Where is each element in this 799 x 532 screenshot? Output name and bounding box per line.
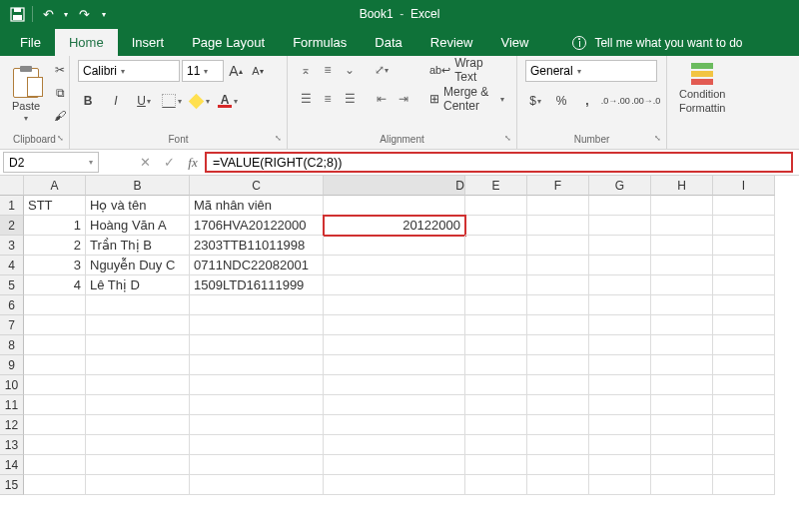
row-header-7[interactable]: 7 [0, 315, 24, 335]
underline-button[interactable]: U▾ [134, 91, 154, 111]
cell-D4[interactable] [324, 256, 465, 275]
cell-D9[interactable] [324, 355, 465, 375]
cell-A3[interactable]: 2 [24, 236, 86, 256]
cell-A12[interactable] [24, 415, 86, 435]
cell-I12[interactable] [713, 415, 775, 435]
cell-A15[interactable] [24, 475, 86, 495]
increase-font-button[interactable]: A▴ [226, 61, 246, 81]
cell-B12[interactable] [86, 415, 190, 435]
decrease-font-button[interactable]: A▾ [248, 61, 268, 81]
cell-C7[interactable] [190, 315, 324, 335]
cell-D15[interactable] [324, 475, 465, 495]
cell-B2[interactable]: Hoàng Văn A [86, 216, 190, 236]
cell-E12[interactable] [465, 415, 527, 435]
align-top-button[interactable]: ⌅ [296, 60, 316, 80]
cell-I5[interactable] [713, 275, 775, 295]
cell-I9[interactable] [713, 355, 775, 375]
cell-A6[interactable] [24, 295, 86, 315]
cell-B3[interactable]: Trần Thị B [86, 236, 190, 256]
cell-B7[interactable] [86, 315, 190, 335]
column-header-D[interactable]: D [324, 176, 465, 196]
cell-E3[interactable] [465, 236, 527, 256]
cell-F15[interactable] [527, 475, 589, 495]
redo-button[interactable]: ↷ [73, 3, 95, 25]
cell-D8[interactable] [324, 335, 465, 355]
accounting-format-button[interactable]: $▾ [525, 91, 545, 111]
cell-G12[interactable] [589, 415, 651, 435]
row-header-4[interactable]: 4 [0, 256, 24, 275]
cell-C1[interactable]: Mã nhân viên [190, 196, 324, 216]
name-box[interactable]: D2 ▾ [3, 152, 99, 173]
cell-F14[interactable] [527, 455, 589, 475]
cell-C15[interactable] [190, 475, 324, 495]
cell-D14[interactable] [324, 455, 465, 475]
save-button[interactable] [6, 3, 28, 25]
select-all-corner[interactable] [0, 176, 24, 196]
cell-E10[interactable] [465, 375, 527, 395]
column-header-H[interactable]: H [651, 176, 713, 196]
increase-decimal-button[interactable]: .0→.00 [603, 91, 628, 111]
cell-E6[interactable] [465, 295, 527, 315]
cell-H15[interactable] [651, 475, 713, 495]
cell-G14[interactable] [589, 455, 651, 475]
cell-A1[interactable]: STT [24, 196, 86, 216]
cell-F3[interactable] [527, 236, 589, 256]
cell-H12[interactable] [651, 415, 713, 435]
font-expand[interactable]: ⤡ [272, 134, 284, 146]
cell-C4[interactable]: 0711NDC22082001 [190, 256, 324, 275]
format-painter-button[interactable]: 🖌 [50, 106, 70, 126]
cell-I10[interactable] [713, 375, 775, 395]
wrap-text-button[interactable]: ab↩ Wrap Text [425, 60, 508, 80]
cell-C5[interactable]: 1509LTD16111999 [190, 275, 324, 295]
row-header-1[interactable]: 1 [0, 196, 24, 216]
cell-H5[interactable] [651, 275, 713, 295]
cell-D2[interactable]: 20122000 [324, 216, 465, 236]
cell-G4[interactable] [589, 256, 651, 275]
cell-F12[interactable] [527, 415, 589, 435]
cell-A9[interactable] [24, 355, 86, 375]
cell-E9[interactable] [465, 355, 527, 375]
cell-G15[interactable] [589, 475, 651, 495]
cell-A2[interactable]: 1 [24, 216, 86, 236]
number-format-dropdown[interactable]: General▾ [525, 60, 657, 82]
cell-B1[interactable]: Họ và tên [86, 196, 190, 216]
cell-E11[interactable] [465, 395, 527, 415]
cell-I11[interactable] [713, 395, 775, 415]
cell-E8[interactable] [465, 335, 527, 355]
row-header-3[interactable]: 3 [0, 236, 24, 256]
orientation-button[interactable]: ⤢▾ [372, 60, 392, 80]
cell-B5[interactable]: Lê Thị D [86, 275, 190, 295]
font-color-button[interactable]: A ▾ [218, 91, 238, 111]
cell-I13[interactable] [713, 435, 775, 455]
cell-H8[interactable] [651, 335, 713, 355]
tell-me[interactable]: Tell me what you want to do [562, 30, 752, 56]
row-header-10[interactable]: 10 [0, 375, 24, 395]
cell-D5[interactable] [324, 275, 465, 295]
decrease-indent-button[interactable]: ⇤ [372, 89, 392, 109]
tab-file[interactable]: File [6, 29, 55, 56]
cell-C6[interactable] [190, 295, 324, 315]
cell-G6[interactable] [589, 295, 651, 315]
cell-B8[interactable] [86, 335, 190, 355]
cell-I1[interactable] [713, 196, 775, 216]
cell-B11[interactable] [86, 395, 190, 415]
cell-A4[interactable]: 3 [24, 256, 86, 275]
tab-data[interactable]: Data [361, 29, 415, 56]
cell-I6[interactable] [713, 295, 775, 315]
fx-button[interactable]: fx [181, 152, 205, 173]
percent-button[interactable]: % [551, 91, 571, 111]
cell-B4[interactable]: Nguyễn Duy C [86, 256, 190, 275]
cell-C14[interactable] [190, 455, 324, 475]
cell-A14[interactable] [24, 455, 86, 475]
cell-H14[interactable] [651, 455, 713, 475]
cell-B13[interactable] [86, 435, 190, 455]
cell-D3[interactable] [324, 236, 465, 256]
undo-dropdown[interactable]: ▾ [61, 3, 71, 25]
cell-F1[interactable] [527, 196, 589, 216]
cell-D6[interactable] [324, 295, 465, 315]
cell-F11[interactable] [527, 395, 589, 415]
cell-C8[interactable] [190, 335, 324, 355]
cell-D7[interactable] [324, 315, 465, 335]
tab-insert[interactable]: Insert [118, 29, 179, 56]
cell-D10[interactable] [324, 375, 465, 395]
